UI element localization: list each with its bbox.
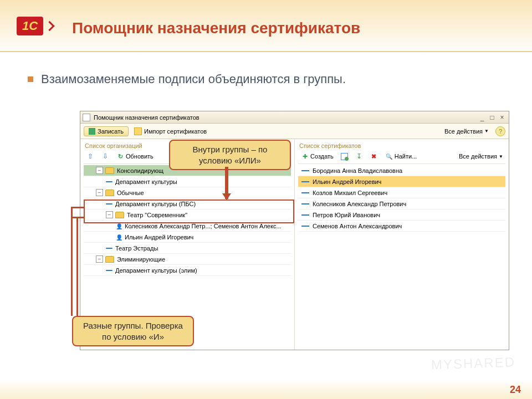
bullet-text: Взаимозаменяемые подписи объединяются в … [41, 72, 346, 86]
footer-band [0, 379, 532, 399]
document-icon [83, 114, 90, 121]
callout-arrow [225, 167, 228, 199]
maximize-button[interactable]: □ [488, 114, 497, 121]
collapse-icon[interactable]: − [96, 255, 103, 263]
slide-header: 1С Помощник назначения сертификатов [0, 0, 532, 55]
list-item-label: Колесников Александр Петрович [313, 201, 406, 207]
all-actions-menu[interactable]: Все действия ▼ [442, 127, 491, 136]
tree-row-label: Депарамент культуры (элим) [115, 267, 197, 274]
person-icon [116, 234, 125, 241]
main-toolbar: Записать Импорт сертификатов Все действи… [80, 124, 509, 139]
list-item[interactable]: Козлов Михаил Сергеевич [298, 187, 505, 198]
callout-or-condition: Внутри группы – по условию «ИЛИ» [169, 140, 291, 170]
floppy-icon [89, 128, 95, 135]
item-icon [106, 270, 112, 271]
edit-button[interactable] [338, 152, 351, 161]
certificates-toolbar: Создать ✖ Найти... Все действия ▼ [298, 151, 505, 164]
tree-row-label: Обычные [117, 190, 144, 196]
move-up-button[interactable] [84, 152, 97, 161]
item-icon [301, 226, 309, 227]
collapse-icon[interactable]: − [106, 211, 113, 218]
tree-row[interactable]: −Элиминирующие [84, 254, 291, 265]
list-item-label: Петров Юрий Иванович [313, 212, 380, 218]
slide-bullet-row: Взаимозаменяемые подписи объединяются в … [0, 55, 532, 92]
certificates-pane: Список сертификатов Создать ✖ Найти... В… [294, 139, 509, 350]
app-window: Помощник назначения сертификатов _ □ × З… [80, 111, 509, 350]
delete-button[interactable]: ✖ [367, 152, 381, 161]
tree-row-label: Театр Эстрады [115, 245, 158, 252]
window-title: Помощник назначения сертификатов [94, 114, 200, 121]
close-button[interactable]: × [498, 114, 507, 121]
item-icon [301, 192, 309, 193]
certificates-list[interactable]: Бородина Анна ВладиславовнаИльин Андрей … [298, 165, 505, 347]
copy-button[interactable] [352, 152, 366, 161]
item-icon [301, 181, 309, 182]
edit-icon [341, 153, 348, 160]
item-icon [301, 214, 309, 216]
item-icon [301, 203, 309, 204]
list-item[interactable]: Ильин Андрей Игоревич [298, 176, 505, 187]
tree-row-label: Депарамент культуры (ПБС) [115, 201, 196, 207]
logo-1c: 1С [17, 17, 55, 44]
tree-row-label: Элиминирующие [117, 256, 165, 263]
tree-row[interactable]: Ильин Андрей Игоревич [84, 232, 291, 243]
chevron-down-icon: ▼ [499, 154, 503, 159]
certificates-all-actions[interactable]: Все действия ▼ [457, 152, 505, 161]
import-button[interactable]: Импорт сертификатов [131, 126, 210, 136]
help-button[interactable]: ? [495, 126, 505, 136]
collapse-icon[interactable]: − [96, 167, 103, 174]
list-item[interactable]: Семенов Антон Александрович [298, 221, 505, 232]
collapse-icon[interactable]: − [96, 189, 103, 196]
titlebar: Помощник назначения сертификатов _ □ × [80, 111, 509, 124]
list-item-label: Ильин Андрей Игоревич [313, 178, 381, 185]
certificates-pane-title: Список сертификатов [298, 141, 505, 151]
connector-line [72, 217, 84, 218]
tree-row-label: Депарамент культуры [115, 178, 177, 185]
connector-line [72, 207, 84, 208]
tree-row[interactable]: Депарамент культуры (ПБС) [84, 198, 291, 209]
tree-row[interactable]: Депарамент культуры (элим) [84, 265, 291, 276]
connector-line [76, 217, 78, 316]
move-down-button[interactable] [99, 152, 112, 161]
item-icon [106, 203, 112, 204]
find-button[interactable]: Найти... [382, 152, 420, 161]
list-item[interactable]: Петров Юрий Иванович [298, 209, 505, 221]
tree-row[interactable]: −Театр "Современник" [84, 209, 291, 221]
refresh-icon [116, 152, 124, 160]
import-icon [134, 127, 142, 135]
slide-title: Помощник назначения сертификатов [72, 19, 360, 37]
item-icon [106, 181, 112, 182]
item-icon [301, 170, 309, 171]
callout-and-condition: Разные группы. Проверка по условию «И» [72, 316, 194, 346]
minimize-button[interactable]: _ [478, 114, 487, 121]
watermark: MYSHARED [431, 354, 516, 372]
list-item-label: Козлов Михаил Сергеевич [313, 190, 387, 196]
tree-row[interactable]: Депарамент культуры [84, 176, 291, 187]
tree-row[interactable]: −Обычные [84, 187, 291, 198]
person-icon [116, 223, 125, 229]
arrow-up-icon [86, 152, 94, 160]
tree-row-label: Колесников Александр Петр...; Семенов Ан… [125, 223, 282, 229]
connector-line [71, 207, 73, 316]
delete-icon: ✖ [370, 152, 378, 160]
folder-icon [115, 212, 124, 218]
list-item-label: Семенов Антон Александрович [313, 223, 402, 229]
arrow-down-icon [101, 152, 109, 160]
tree-row[interactable]: Театр Эстрады [84, 243, 291, 254]
folder-icon [105, 190, 114, 196]
save-button[interactable]: Записать [84, 126, 129, 136]
list-item[interactable]: Бородина Анна Владиславовна [298, 165, 505, 176]
tree-row-label: Ильин Андрей Игоревич [125, 234, 193, 241]
item-icon [106, 248, 112, 249]
chevron-down-icon: ▼ [484, 129, 489, 134]
copy-icon [355, 152, 363, 160]
create-button[interactable]: Создать [298, 152, 336, 161]
tree-row[interactable]: Колесников Александр Петр...; Семенов Ан… [84, 221, 291, 232]
tree-row-label: Театр "Современник" [127, 212, 187, 218]
plus-icon [301, 152, 309, 160]
magnifier-icon [385, 152, 393, 160]
refresh-button[interactable]: Обновить [114, 152, 156, 161]
folder-icon [105, 256, 114, 263]
folder-icon [105, 167, 114, 174]
list-item[interactable]: Колесников Александр Петрович [298, 198, 505, 209]
